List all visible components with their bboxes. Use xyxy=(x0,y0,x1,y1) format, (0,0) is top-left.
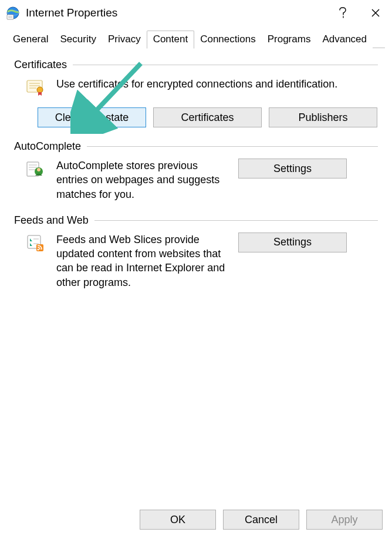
tab-privacy[interactable]: Privacy xyxy=(102,31,147,48)
tab-strip: General Security Privacy Content Connect… xyxy=(0,29,392,48)
group-certificates: Certificates Use certificates for encryp… xyxy=(14,59,378,127)
cancel-button[interactable]: Cancel xyxy=(223,510,299,530)
autocomplete-icon xyxy=(26,160,45,178)
group-autocomplete: AutoComplete AutoComplete stores previ xyxy=(14,140,378,201)
group-divider xyxy=(73,65,378,65)
feeds-icon xyxy=(26,234,45,252)
group-divider xyxy=(94,220,378,221)
content-panel: Certificates Use certificates for encryp… xyxy=(0,48,392,503)
feeds-settings-button[interactable]: Settings xyxy=(238,233,347,252)
clear-ssl-state-button[interactable]: Clear SSL state xyxy=(38,107,146,127)
ok-button[interactable]: OK xyxy=(140,510,216,530)
certificates-button[interactable]: Certificates xyxy=(153,107,262,127)
dialog-footer: OK Cancel Apply xyxy=(0,503,392,539)
internet-properties-dialog: Internet Properties General Security Pri… xyxy=(0,0,392,539)
window-title: Internet Properties xyxy=(26,6,326,19)
certificates-description: Use certificates for encrypted connectio… xyxy=(56,77,378,91)
svg-point-11 xyxy=(37,87,43,93)
svg-rect-2 xyxy=(7,15,13,19)
group-label-feeds: Feeds and Web xyxy=(14,214,89,227)
close-button[interactable] xyxy=(359,0,392,26)
certificates-button-row: Clear SSL state Certificates Publishers xyxy=(14,107,378,127)
autocomplete-settings-button[interactable]: Settings xyxy=(238,159,347,178)
tab-content[interactable]: Content xyxy=(147,31,195,49)
help-button[interactable] xyxy=(326,0,359,26)
feeds-description: Feeds and Web Slices provide updated con… xyxy=(56,233,227,289)
publishers-button[interactable]: Publishers xyxy=(269,107,377,127)
titlebar: Internet Properties xyxy=(0,0,392,26)
tab-connections[interactable]: Connections xyxy=(194,31,262,48)
tab-advanced[interactable]: Advanced xyxy=(316,31,373,48)
apply-button[interactable]: Apply xyxy=(306,510,383,530)
group-feeds: Feeds and Web xyxy=(14,214,378,289)
tab-programs[interactable]: Programs xyxy=(262,31,317,48)
group-label-autocomplete: AutoComplete xyxy=(14,140,81,153)
internet-options-icon xyxy=(6,6,20,20)
autocomplete-description: AutoComplete stores previous entries on … xyxy=(56,159,227,201)
group-label-certificates: Certificates xyxy=(14,59,67,71)
svg-point-17 xyxy=(37,168,40,171)
group-divider xyxy=(87,146,378,147)
certificate-icon xyxy=(26,78,45,97)
svg-point-22 xyxy=(38,248,39,250)
tab-general[interactable]: General xyxy=(7,31,54,48)
tab-security[interactable]: Security xyxy=(54,31,102,48)
